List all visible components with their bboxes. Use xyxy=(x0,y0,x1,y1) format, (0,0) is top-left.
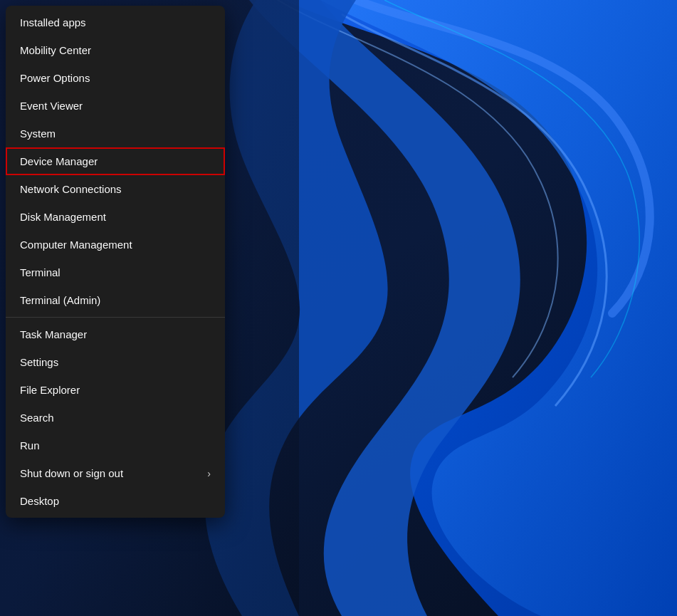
menu-label-power-options: Power Options xyxy=(20,72,90,84)
menu-item-mobility-center[interactable]: Mobility Center xyxy=(6,36,225,64)
menu-item-terminal-admin[interactable]: Terminal (Admin) xyxy=(6,286,225,314)
menu-label-mobility-center: Mobility Center xyxy=(20,44,91,56)
menu-label-desktop: Desktop xyxy=(20,495,59,507)
menu-label-system: System xyxy=(20,127,56,140)
menu-item-power-options[interactable]: Power Options xyxy=(6,64,225,92)
menu-label-shut-down: Shut down or sign out xyxy=(20,467,123,479)
menu-label-device-manager: Device Manager xyxy=(20,155,98,167)
menu-label-terminal-admin: Terminal (Admin) xyxy=(20,294,100,306)
menu-item-terminal[interactable]: Terminal xyxy=(6,259,225,286)
menu-item-file-explorer[interactable]: File Explorer xyxy=(6,376,225,404)
menu-item-network-connections[interactable]: Network Connections xyxy=(6,175,225,203)
menu-label-file-explorer: File Explorer xyxy=(20,384,80,396)
menu-item-system[interactable]: System xyxy=(6,120,225,147)
menu-label-disk-management: Disk Management xyxy=(20,211,106,223)
menu-item-search[interactable]: Search xyxy=(6,404,225,432)
menu-item-shut-down[interactable]: Shut down or sign out› xyxy=(6,459,225,487)
menu-label-task-manager: Task Manager xyxy=(20,328,87,340)
menu-item-installed-apps[interactable]: Installed apps xyxy=(6,9,225,36)
menu-label-run: Run xyxy=(20,439,40,451)
submenu-chevron-shut-down: › xyxy=(207,468,211,479)
menu-item-computer-management[interactable]: Computer Management xyxy=(6,231,225,259)
menu-label-settings: Settings xyxy=(20,356,58,368)
menu-label-event-viewer: Event Viewer xyxy=(20,100,83,112)
menu-label-network-connections: Network Connections xyxy=(20,183,122,195)
menu-divider xyxy=(6,317,225,318)
menu-item-disk-management[interactable]: Disk Management xyxy=(6,203,225,231)
menu-label-computer-management: Computer Management xyxy=(20,239,132,251)
context-menu: Installed appsMobility CenterPower Optio… xyxy=(6,6,225,518)
menu-item-task-manager[interactable]: Task Manager xyxy=(6,320,225,348)
menu-label-installed-apps: Installed apps xyxy=(20,16,86,28)
menu-item-run[interactable]: Run xyxy=(6,432,225,459)
menu-item-device-manager[interactable]: Device Manager xyxy=(6,147,225,175)
menu-item-settings[interactable]: Settings xyxy=(6,348,225,376)
menu-label-search: Search xyxy=(20,412,54,424)
menu-label-terminal: Terminal xyxy=(20,266,61,278)
menu-item-event-viewer[interactable]: Event Viewer xyxy=(6,92,225,120)
menu-item-desktop[interactable]: Desktop xyxy=(6,487,225,515)
